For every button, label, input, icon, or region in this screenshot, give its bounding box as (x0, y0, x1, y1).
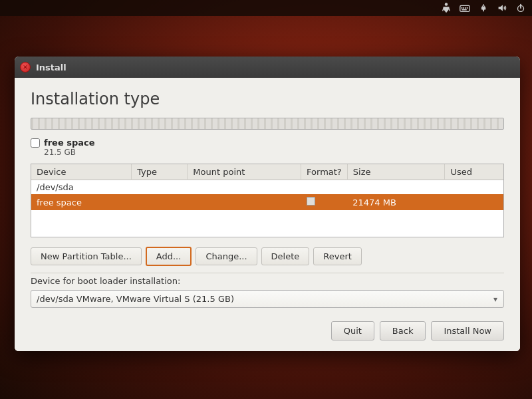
volume-icon[interactable] (495, 1, 509, 15)
free-space-label[interactable]: free space (44, 138, 95, 148)
row-device: free space (31, 194, 132, 210)
dialog-title: Install (36, 63, 66, 72)
svg-rect-3 (463, 7, 464, 9)
svg-rect-5 (467, 7, 468, 9)
bootloader-section: Device for boot loader installation: /de… (15, 273, 520, 315)
col-size: Size (347, 164, 445, 180)
format-checkbox-indicator (307, 197, 315, 205)
change-button[interactable]: Change... (196, 247, 257, 265)
svg-rect-2 (462, 7, 463, 9)
device-group-label: /dev/sda (31, 180, 503, 195)
back-button[interactable]: Back (380, 321, 426, 340)
accessibility-icon[interactable] (439, 1, 454, 15)
free-space-checkbox[interactable] (31, 138, 40, 148)
table-header-row: Device Type Mount point Format? Size Use… (31, 164, 503, 180)
svg-rect-1 (460, 5, 469, 11)
empty-row-1 (31, 210, 503, 223)
keyboard-icon[interactable] (458, 1, 472, 15)
svg-marker-8 (499, 5, 503, 11)
row-mount-point (188, 194, 301, 210)
row-used (445, 194, 503, 210)
quit-button[interactable]: Quit (331, 321, 374, 340)
install-now-button[interactable]: Install Now (431, 321, 504, 340)
bottom-buttons-bar: Quit Back Install Now (15, 315, 520, 351)
col-used: Used (445, 164, 503, 180)
row-size: 21474 MB (347, 194, 445, 210)
network-icon[interactable] (476, 1, 491, 15)
partition-bar (31, 118, 504, 130)
new-partition-table-button[interactable]: New Partition Table... (31, 247, 142, 265)
install-dialog: ✕ Install Installation type free space 2… (15, 57, 520, 351)
partition-bar-area (15, 118, 520, 135)
bootloader-label: Device for boot loader installation: (31, 276, 504, 286)
col-device: Device (31, 164, 132, 180)
col-format: Format? (301, 164, 348, 180)
row-format (301, 194, 348, 210)
close-button[interactable]: ✕ (20, 62, 31, 72)
add-button[interactable]: Add... (146, 247, 192, 266)
partition-table-wrapper: Device Type Mount point Format? Size Use… (31, 164, 504, 237)
svg-rect-6 (462, 9, 467, 11)
free-space-section: free space 21.5 GB (15, 135, 520, 161)
free-space-size: 21.5 GB (44, 148, 504, 157)
bootloader-select-wrapper: /dev/sda VMware, VMware Virtual S (21.5 … (31, 290, 504, 308)
svg-rect-4 (465, 7, 466, 9)
svg-point-0 (445, 3, 448, 6)
top-panel (0, 0, 532, 16)
page-title: Installation type (15, 78, 520, 118)
device-group-row: /dev/sda (31, 180, 503, 195)
row-type (132, 194, 188, 210)
col-type: Type (132, 164, 188, 180)
empty-row-2 (31, 223, 503, 237)
delete-button[interactable]: Delete (261, 247, 310, 265)
action-buttons-bar: New Partition Table... Add... Change... … (15, 243, 520, 273)
title-bar: ✕ Install (15, 57, 520, 78)
bootloader-select[interactable]: /dev/sda VMware, VMware Virtual S (21.5 … (31, 290, 504, 308)
partition-table: Device Type Mount point Format? Size Use… (31, 164, 503, 237)
col-mount-point: Mount point (188, 164, 301, 180)
table-row[interactable]: free space 21474 MB (31, 194, 503, 210)
power-icon[interactable] (513, 1, 528, 15)
revert-button[interactable]: Revert (313, 247, 362, 265)
